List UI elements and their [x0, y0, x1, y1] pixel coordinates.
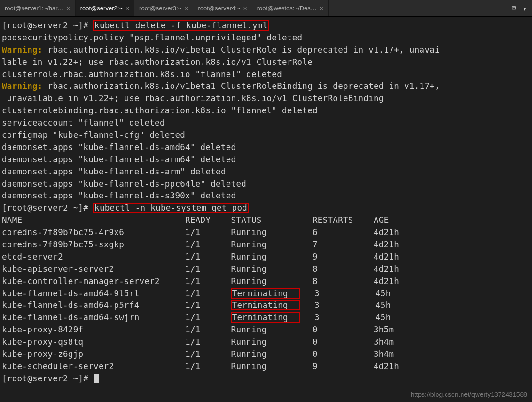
- tab-label: root@server1:~/har…: [5, 5, 64, 12]
- terminal-line: kube-flannel-ds-amd64-9l5rl 1/1 Terminat…: [2, 288, 530, 300]
- terminal-output[interactable]: [root@server2 ~]# kubectl delete -f kube…: [0, 17, 532, 388]
- close-icon[interactable]: ×: [184, 5, 188, 12]
- terminal-line: coredns-7f89b7bc75-4r9x6 1/1 Running 6 4…: [2, 227, 530, 239]
- terminal-line: [root@server2 ~]# kubectl delete -f kube…: [2, 20, 530, 32]
- terminal-line: kube-flannel-ds-amd64-swjrn 1/1 Terminat…: [2, 312, 530, 324]
- terminal-line: daemonset.apps "kube-flannel-ds-s390x" d…: [2, 190, 530, 202]
- status-highlight: Terminating: [231, 313, 299, 322]
- tab-label: root@server2:~: [80, 5, 123, 12]
- close-icon[interactable]: ×: [125, 5, 129, 12]
- terminal-line: Warning: rbac.authorization.k8s.io/v1bet…: [2, 44, 530, 56]
- terminal-line: daemonset.apps "kube-flannel-ds-arm64" d…: [2, 154, 530, 166]
- terminal-line: daemonset.apps "kube-flannel-ds-ppc64le"…: [2, 178, 530, 190]
- terminal-line: kube-apiserver-server2 1/1 Running 8 4d2…: [2, 263, 530, 276]
- tab-label: root@server4:~: [198, 5, 240, 12]
- tab-2[interactable]: root@server3:~×: [134, 0, 193, 16]
- terminal-line: kube-proxy-8429f 1/1 Running 0 3h5m: [2, 324, 530, 336]
- tab-0[interactable]: root@server1:~/har…×: [0, 0, 76, 16]
- terminal-line: serviceaccount "flannel" deleted: [2, 117, 530, 129]
- terminal-line: [root@server2 ~]# kubectl -n kube-system…: [2, 202, 530, 214]
- tabbar-right: ⧉▾: [506, 4, 532, 12]
- terminal-line: etcd-server2 1/1 Running 9 4d21h: [2, 251, 530, 263]
- tab-bar: root@server1:~/har…×root@server2:~×root@…: [0, 0, 532, 17]
- prompt: [root@server2 ~]#: [2, 374, 94, 383]
- menu-icon[interactable]: ▾: [523, 5, 526, 12]
- watermark: https://blog.csdn.net/qwerty1372431588: [411, 391, 527, 398]
- terminal-line: Warning: rbac.authorization.k8s.io/v1bet…: [2, 80, 530, 93]
- terminal-line: kube-flannel-ds-amd64-p5rf4 1/1 Terminat…: [2, 300, 530, 312]
- tab-label: root@server3:~: [139, 5, 181, 12]
- terminal-line: unavailable in v1.22+; use rbac.authoriz…: [2, 93, 530, 105]
- prompt: [root@server2 ~]#: [2, 21, 94, 30]
- terminal-line: coredns-7f89b7bc75-sxgkp 1/1 Running 7 4…: [2, 239, 530, 251]
- terminal-line: clusterrolebinding.rbac.authorization.k8…: [2, 105, 530, 117]
- command-highlight: kubectl delete -f kube-flannel.yml: [94, 21, 268, 30]
- terminal-line: kube-scheduler-server2 1/1 Running 9 4d2…: [2, 361, 530, 373]
- status-highlight: Terminating: [231, 300, 299, 310]
- tab-label: root@westos:~/Des…: [257, 5, 317, 12]
- terminal-line: clusterrole.rbac.authorization.k8s.io "f…: [2, 69, 530, 81]
- terminal-line: kube-controller-manager-server2 1/1 Runn…: [2, 276, 530, 288]
- tab-3[interactable]: root@server4:~×: [193, 0, 252, 16]
- warning-label: Warning:: [2, 45, 43, 55]
- terminal-line: NAME READY STATUS RESTARTS AGE: [2, 214, 530, 227]
- close-icon[interactable]: ×: [320, 5, 323, 12]
- terminal-line: kube-proxy-qs8tq 1/1 Running 0 3h4m: [2, 336, 530, 348]
- close-icon[interactable]: ×: [67, 5, 70, 12]
- terminal-line: podsecuritypolicy.policy "psp.flannel.un…: [2, 32, 530, 44]
- close-icon[interactable]: ×: [243, 5, 247, 12]
- prompt: [root@server2 ~]#: [2, 203, 94, 213]
- split-icon[interactable]: ⧉: [512, 4, 516, 12]
- terminal-line: daemonset.apps "kube-flannel-ds-amd64" d…: [2, 142, 530, 154]
- cursor: [94, 374, 99, 383]
- tab-4[interactable]: root@westos:~/Des…×: [252, 0, 329, 16]
- terminal-line: [root@server2 ~]#: [2, 373, 530, 385]
- terminal-line: kube-proxy-z6gjp 1/1 Running 0 3h4m: [2, 348, 530, 361]
- warning-label: Warning:: [2, 81, 43, 91]
- terminal-line: daemonset.apps "kube-flannel-ds-arm" del…: [2, 166, 530, 178]
- status-highlight: Terminating: [231, 289, 299, 298]
- terminal-line: lable in v1.22+; use rbac.authorization.…: [2, 56, 530, 69]
- terminal-line: configmap "kube-flannel-cfg" deleted: [2, 129, 530, 142]
- command-highlight: kubectl -n kube-system get pod: [94, 203, 248, 213]
- tab-1[interactable]: root@server2:~×: [76, 0, 134, 16]
